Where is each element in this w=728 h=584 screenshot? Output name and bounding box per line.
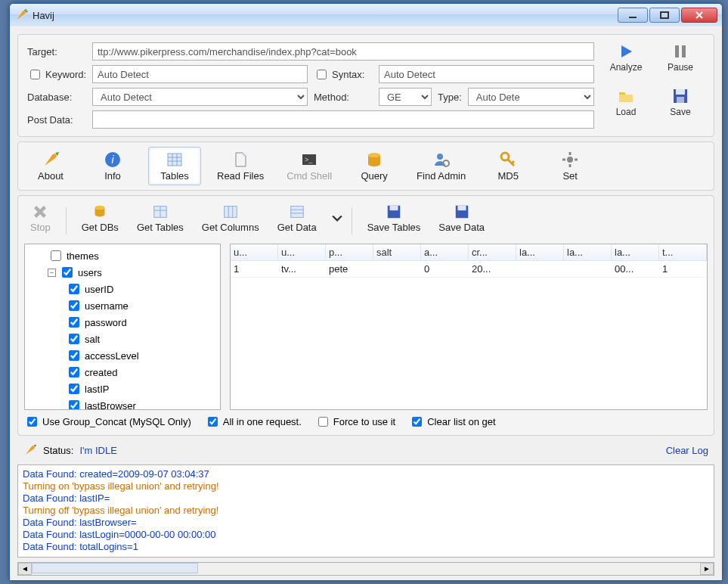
type-label: Type: bbox=[438, 92, 462, 103]
target-input[interactable] bbox=[92, 42, 594, 61]
tables-panel: Stop Get DBs Get Tables Get Columns Get … bbox=[17, 195, 714, 436]
app-window: Havij Target: Keyword: Syntax: Database:… bbox=[9, 3, 723, 581]
syntax-check[interactable]: Syntax: bbox=[314, 67, 373, 82]
work-area: themes −users userID username password s… bbox=[24, 244, 708, 410]
tab-info[interactable]: iInfo bbox=[86, 147, 139, 185]
svg-rect-38 bbox=[457, 206, 466, 210]
svg-rect-6 bbox=[677, 97, 684, 103]
tab-settings[interactable]: Set bbox=[544, 147, 596, 185]
tree-col[interactable]: username bbox=[26, 297, 218, 314]
tab-cmdshell[interactable]: >_Cmd Shell bbox=[280, 147, 339, 185]
scroll-thumb[interactable] bbox=[32, 563, 198, 573]
data-icon bbox=[289, 203, 305, 220]
keyword-input[interactable] bbox=[92, 65, 308, 83]
columns-icon bbox=[222, 203, 239, 220]
tree-node-users[interactable]: −users bbox=[26, 264, 218, 281]
allinone-check[interactable]: All in one request. bbox=[205, 415, 302, 429]
clear-log-link[interactable]: Clear Log bbox=[666, 445, 708, 456]
gettables-button[interactable]: Get Tables bbox=[131, 202, 190, 235]
stop-button[interactable]: Stop bbox=[24, 202, 57, 235]
tree-col[interactable]: accessLevel bbox=[26, 347, 218, 364]
svg-rect-3 bbox=[682, 45, 686, 57]
pause-button[interactable]: Pause bbox=[656, 42, 705, 73]
tab-md5[interactable]: MD5 bbox=[482, 147, 534, 185]
grid-header[interactable]: u...u...p...salta...cr...la...la...la...… bbox=[231, 244, 707, 261]
svg-rect-0 bbox=[629, 17, 637, 18]
content: Target: Keyword: Syntax: Database: Auto … bbox=[10, 26, 722, 580]
table2-icon bbox=[152, 203, 169, 220]
savedata-button[interactable]: Save Data bbox=[432, 202, 491, 235]
tree-view[interactable]: themes −users userID username password s… bbox=[24, 244, 221, 410]
analyze-button[interactable]: Analyze bbox=[602, 42, 650, 73]
collapse-icon[interactable]: − bbox=[48, 269, 56, 277]
getdata-button[interactable]: Get Data bbox=[271, 202, 323, 235]
tree-col[interactable]: userID bbox=[26, 281, 218, 297]
tree-col[interactable]: lastBrowser bbox=[26, 397, 218, 410]
svg-rect-36 bbox=[390, 206, 398, 210]
scroll-track[interactable] bbox=[32, 563, 700, 575]
tree-node-themes[interactable]: themes bbox=[26, 247, 218, 264]
groupconcat-check[interactable]: Use Group_Concat (MySQL Only) bbox=[24, 415, 191, 429]
force-check[interactable]: Force to use it bbox=[315, 415, 395, 429]
svg-point-17 bbox=[437, 154, 443, 160]
tab-findadmin[interactable]: Find Admin bbox=[410, 147, 472, 185]
x-icon bbox=[32, 203, 48, 220]
maximize-button[interactable] bbox=[649, 8, 680, 23]
file-icon bbox=[231, 151, 249, 169]
titlebar[interactable]: Havij bbox=[10, 4, 722, 26]
database-select[interactable]: Auto Detect bbox=[92, 88, 308, 106]
target-label: Target: bbox=[27, 46, 86, 57]
tree-col[interactable]: lastIP bbox=[26, 381, 218, 397]
db-icon bbox=[365, 151, 383, 169]
window-buttons bbox=[618, 8, 717, 23]
tab-readfiles[interactable]: Read Files bbox=[210, 147, 271, 185]
method-select[interactable]: GE bbox=[379, 88, 432, 106]
postdata-input[interactable] bbox=[92, 110, 594, 129]
clearlist-check[interactable]: Clear list on get bbox=[409, 415, 495, 429]
getcolumns-button[interactable]: Get Columns bbox=[196, 202, 265, 235]
scroll-right-button[interactable]: ► bbox=[700, 563, 714, 575]
svg-rect-29 bbox=[224, 207, 237, 218]
method-label: Method: bbox=[314, 92, 373, 103]
status-label: Status: bbox=[43, 445, 73, 456]
pause-icon bbox=[671, 42, 689, 61]
key-icon bbox=[499, 151, 517, 169]
carrot2-icon bbox=[23, 443, 37, 457]
getdbs-button[interactable]: Get DBs bbox=[76, 202, 125, 235]
keyword-check[interactable]: Keyword: bbox=[27, 67, 86, 82]
svg-rect-9 bbox=[168, 154, 181, 166]
user-search-icon bbox=[432, 151, 451, 169]
svg-rect-32 bbox=[290, 207, 303, 218]
tab-query[interactable]: Query bbox=[348, 147, 401, 185]
close-button[interactable] bbox=[681, 8, 717, 23]
load-button[interactable]: Load bbox=[602, 87, 650, 117]
folder-icon bbox=[617, 87, 635, 105]
dropdown-icon[interactable] bbox=[332, 215, 342, 222]
db-stack-icon bbox=[91, 203, 108, 220]
tab-tables[interactable]: Tables bbox=[148, 147, 201, 185]
tree-col[interactable]: salt bbox=[26, 331, 218, 347]
svg-rect-1 bbox=[661, 12, 668, 18]
type-select[interactable]: Auto Dete bbox=[468, 88, 594, 106]
postdata-label: Post Data: bbox=[27, 114, 86, 126]
status-row: Status: I'm IDLE Clear Log bbox=[17, 440, 714, 460]
scroll-left-button[interactable]: ◄ bbox=[18, 563, 32, 575]
floppy2-icon bbox=[386, 203, 402, 220]
minimize-button[interactable] bbox=[618, 8, 648, 23]
svg-point-20 bbox=[567, 157, 573, 163]
tree-col[interactable]: created bbox=[26, 364, 218, 381]
syntax-input[interactable] bbox=[379, 65, 594, 83]
horizontal-scrollbar[interactable]: ◄ ► bbox=[17, 562, 714, 576]
tree-col[interactable]: password bbox=[26, 314, 218, 331]
floppy-icon bbox=[671, 87, 689, 105]
target-panel: Target: Keyword: Syntax: Database: Auto … bbox=[17, 34, 714, 137]
options-row: Use Group_Concat (MySQL Only) All in one… bbox=[24, 415, 708, 429]
log-output[interactable]: Data Found: created=2009-09-07 03:04:37 … bbox=[17, 464, 714, 558]
save-button[interactable]: Save bbox=[656, 87, 705, 117]
svg-rect-2 bbox=[675, 45, 679, 57]
grid-row[interactable]: 1tv...pete020...00...1 bbox=[231, 261, 707, 278]
tab-about[interactable]: About bbox=[24, 147, 77, 185]
svg-rect-5 bbox=[676, 89, 685, 95]
data-grid[interactable]: u...u...p...salta...cr...la...la...la...… bbox=[230, 244, 708, 410]
savetables-button[interactable]: Save Tables bbox=[361, 202, 427, 235]
